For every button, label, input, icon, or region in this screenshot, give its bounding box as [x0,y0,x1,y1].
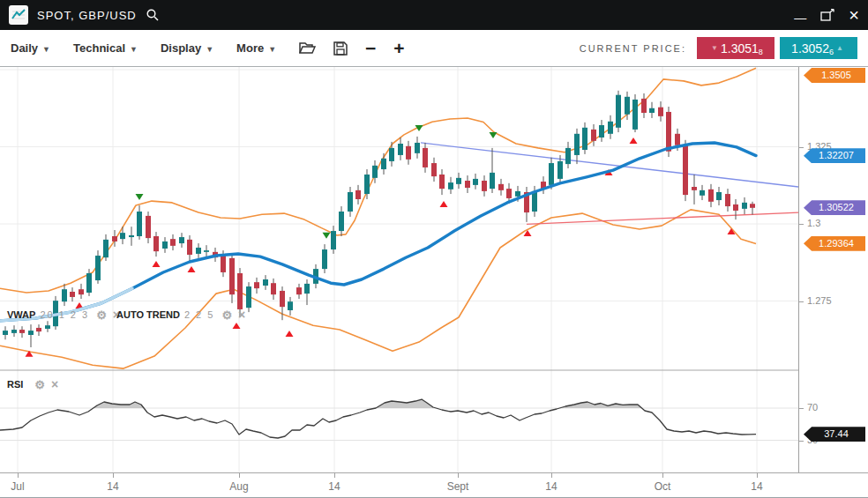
chart-toolbar: Daily▼ Technical▼ Display▼ More▼ − + CUR… [0,30,868,67]
time-tick-label: 14 [328,480,340,493]
zoom-out-button[interactable]: − [365,39,376,57]
vwap-price-tag: 1.32207 [804,148,865,163]
chevron-down-icon: ▼ [268,45,276,54]
gear-icon[interactable]: ⚙ [96,308,107,322]
technical-dropdown[interactable]: Technical▼ [73,41,138,55]
axis-tick [799,224,804,225]
buy-quote-button[interactable]: 1.30526 ▲ [780,37,857,59]
axis-tick [18,473,19,478]
close-icon[interactable]: × [849,6,859,24]
time-tick-label: Aug [229,480,248,493]
lower-band-price-tag: 1.29364 [804,236,865,251]
time-tick-label: Jul [11,480,24,493]
arrow-down-icon: ▼ [711,44,718,52]
close-icon[interactable]: × [113,308,120,322]
time-tick-label: 14 [545,480,557,493]
time-tick-label: 14 [751,480,762,493]
axis-tick [757,473,758,478]
price-tick-label: 1.275 [807,295,832,306]
popout-icon[interactable] [820,9,834,21]
axis-tick [799,441,804,442]
current-price-tag: 1.30522 [804,200,865,215]
axis-tick [458,473,459,478]
axis-tick [551,473,552,478]
axis-tick [662,473,663,478]
price-tick-label: 1.3 [807,218,820,228]
close-icon[interactable]: × [51,377,58,391]
gear-icon[interactable]: ⚙ [221,308,232,322]
sell-quote-button[interactable]: ▼ 1.30518 [697,37,774,59]
axis-tick [799,301,804,302]
more-dropdown[interactable]: More▼ [236,41,276,55]
chevron-down-icon: ▼ [206,45,213,54]
price-axis[interactable]: 1.325 1.3 1.275 70 30 1.3505 1.32207 1.3… [798,67,868,472]
gear-icon[interactable]: ⚙ [34,378,45,391]
chevron-down-icon: ▼ [130,45,138,54]
time-tick-label: Sept [447,480,469,493]
chevron-down-icon: ▼ [42,45,50,54]
save-icon[interactable] [333,41,348,56]
time-tick-label: 14 [107,480,118,493]
time-tick-label: Oct [655,480,671,493]
rsi-value-tag: 37.44 [804,427,865,442]
axis-tick [239,473,240,478]
search-icon[interactable] [146,8,160,22]
close-icon[interactable]: × [238,308,245,322]
open-folder-icon[interactable] [299,41,316,55]
time-axis[interactable]: Jul 14 Aug 14 Sept 14 Oct 14 [0,472,868,498]
price-chart[interactable] [0,67,798,472]
axis-tick [113,473,114,478]
axis-tick [799,147,804,148]
timeframe-dropdown[interactable]: Daily▼ [11,41,50,55]
arrow-up-icon: ▲ [836,44,843,52]
display-dropdown[interactable]: Display▼ [161,41,213,55]
window-title: SPOT, GBP/USD [37,9,137,22]
rsi-level-label: 70 [807,402,818,413]
zoom-in-button[interactable]: + [393,39,404,57]
current-price-label: CURRENT PRICE: [580,43,686,54]
app-logo-icon [9,5,28,25]
title-bar: SPOT, GBP/USD — × [0,0,868,30]
axis-tick [334,473,335,478]
axis-tick [799,408,804,409]
upper-band-price-tag: 1.3505 [804,68,865,83]
chart-area: VWAP 20 1 2 3 ⚙ × AUTO TREND 2 2 5 ⚙ × R… [0,67,868,472]
minimize-button[interactable]: — [794,11,806,24]
